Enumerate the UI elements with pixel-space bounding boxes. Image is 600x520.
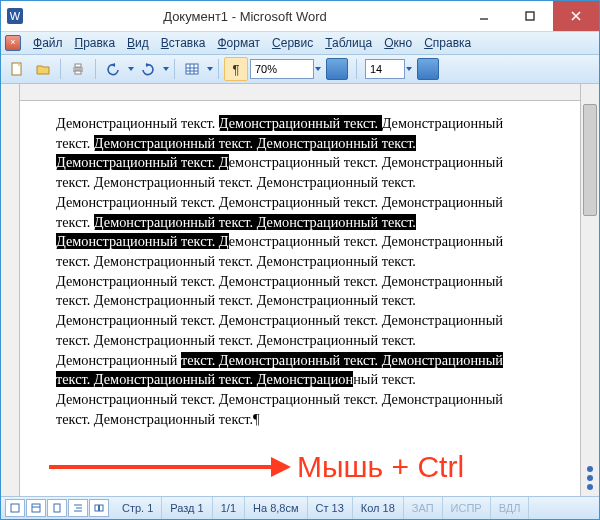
horizontal-ruler	[20, 84, 580, 101]
menu-правка[interactable]: Правка	[69, 36, 122, 50]
new-doc-button[interactable]	[5, 57, 29, 81]
svg-text:W: W	[10, 10, 21, 22]
status-ext: ВДЛ	[491, 497, 530, 519]
close-button[interactable]	[553, 1, 599, 31]
status-page: Стр. 1	[114, 497, 162, 519]
toolbar-overflow-1[interactable]	[326, 58, 348, 80]
svg-rect-10	[186, 64, 198, 74]
app-icon: W	[7, 8, 23, 24]
maximize-button[interactable]	[507, 1, 553, 31]
status-section: Разд 1	[162, 497, 212, 519]
minimize-button[interactable]	[461, 1, 507, 31]
svg-text:¶: ¶	[233, 62, 240, 76]
svg-rect-3	[526, 12, 534, 20]
status-trk: ИСПР	[443, 497, 491, 519]
menu-вид[interactable]: Вид	[121, 36, 155, 50]
table-button[interactable]	[180, 57, 204, 81]
menu-сервис[interactable]: Сервис	[266, 36, 319, 50]
fontsize-combo[interactable]: 14	[365, 59, 412, 79]
menu-окно[interactable]: Окно	[378, 36, 418, 50]
open-button[interactable]	[31, 57, 55, 81]
menubar: × ФайлПравкаВидВставкаФорматСервисТаблиц…	[1, 32, 599, 55]
zoom-combo[interactable]: 70%	[250, 59, 321, 79]
zoom-value[interactable]: 70%	[250, 59, 314, 79]
menu-вставка[interactable]: Вставка	[155, 36, 212, 50]
status-pages: 1/1	[213, 497, 245, 519]
status-line: Ст 13	[308, 497, 353, 519]
vertical-ruler	[1, 84, 20, 496]
view-web-button[interactable]	[26, 499, 46, 517]
view-outline-button[interactable]	[68, 499, 88, 517]
view-reading-button[interactable]	[89, 499, 109, 517]
scrollbar-thumb[interactable]	[583, 104, 597, 216]
vertical-scrollbar[interactable]	[580, 84, 599, 496]
window-title: Документ1 - Microsoft Word	[29, 9, 461, 24]
svg-rect-9	[75, 71, 81, 74]
toolbar: ¶ 70% 14	[1, 55, 599, 84]
view-normal-button[interactable]	[5, 499, 25, 517]
status-at: На 8,8см	[245, 497, 307, 519]
menu-формат[interactable]: Формат	[211, 36, 266, 50]
document-body[interactable]: Демонстрационный текст. Демонстрационный…	[56, 114, 550, 486]
toolbar-overflow-2[interactable]	[417, 58, 439, 80]
status-rec: ЗАП	[404, 497, 443, 519]
browse-object-buttons[interactable]	[581, 466, 599, 490]
svg-rect-8	[75, 64, 81, 67]
zoom-dropdown[interactable]	[314, 66, 321, 72]
fontsize-value[interactable]: 14	[365, 59, 405, 79]
svg-rect-21	[54, 504, 60, 512]
menu-справка[interactable]: Справка	[418, 36, 477, 50]
doc-close-icon[interactable]: ×	[5, 35, 21, 51]
svg-rect-19	[32, 504, 40, 512]
print-button[interactable]	[66, 57, 90, 81]
svg-rect-18	[11, 504, 19, 512]
statusbar: Стр. 1 Разд 1 1/1 На 8,8см Ст 13 Кол 18 …	[1, 496, 599, 519]
titlebar: W Документ1 - Microsoft Word	[1, 1, 599, 32]
svg-rect-26	[100, 505, 104, 511]
svg-rect-25	[95, 505, 99, 511]
redo-dropdown[interactable]	[162, 66, 169, 72]
redo-button[interactable]	[136, 57, 160, 81]
undo-dropdown[interactable]	[127, 66, 134, 72]
fontsize-dropdown[interactable]	[405, 66, 412, 72]
view-print-button[interactable]	[47, 499, 67, 517]
pilcrow-button[interactable]: ¶	[224, 57, 248, 81]
menu-файл[interactable]: Файл	[27, 36, 69, 50]
menu-таблица[interactable]: Таблица	[319, 36, 378, 50]
undo-button[interactable]	[101, 57, 125, 81]
table-dropdown[interactable]	[206, 66, 213, 72]
status-col: Кол 18	[353, 497, 404, 519]
